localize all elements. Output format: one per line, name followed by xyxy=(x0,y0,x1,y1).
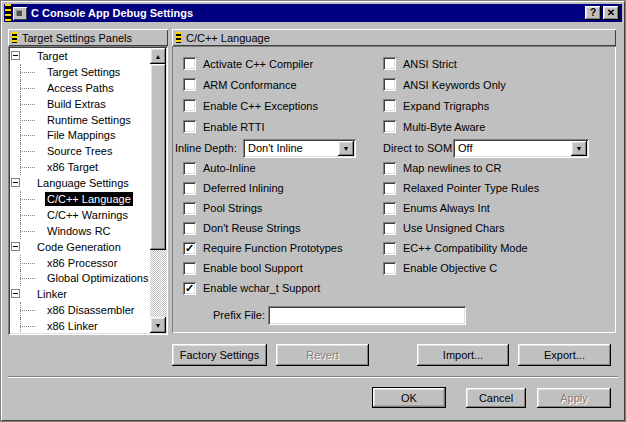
checkbox-row[interactable]: ✓ Require Function Prototypes xyxy=(183,238,342,258)
checkbox-row[interactable]: ✓ ANSI Strict xyxy=(383,53,506,74)
checkbox[interactable]: ✓ xyxy=(383,78,396,91)
checkbox-row[interactable]: ✓ Enums Always Int xyxy=(383,198,539,218)
tree-item[interactable]: Windows RC xyxy=(10,223,150,239)
tree-item-label: x86 Linker xyxy=(45,319,100,333)
checkbox[interactable]: ✓ xyxy=(383,242,396,255)
ok-button[interactable]: OK xyxy=(372,387,446,408)
tree-item[interactable]: x86 Disassembler xyxy=(10,302,150,318)
checkbox-label: Use Unsigned Chars xyxy=(403,222,505,234)
checkbox-row[interactable]: ✓ Don't Reuse Strings xyxy=(183,218,342,238)
tree-item[interactable]: Source Trees xyxy=(10,143,150,159)
tree-item-label: Runtime Settings xyxy=(45,113,133,127)
checkbox[interactable]: ✓ xyxy=(183,282,196,295)
prefix-file-input[interactable] xyxy=(268,306,466,325)
direct-to-som-dropdown[interactable]: Off ▼ xyxy=(453,139,589,158)
checkbox[interactable]: ✓ xyxy=(383,222,396,235)
close-button[interactable]: ✕ xyxy=(603,6,619,20)
cancel-button[interactable]: Cancel xyxy=(466,388,526,408)
checkbox[interactable]: ✓ xyxy=(183,162,196,175)
scrollbar-thumb[interactable] xyxy=(150,64,166,250)
tree-item-label: Linker xyxy=(35,287,69,301)
language-panel-header: C/C++ Language xyxy=(172,29,616,46)
settings-tree: Target Target Settings Access Paths Buil… xyxy=(8,46,168,335)
checkbox-row[interactable]: ✓ Pool Strings xyxy=(183,198,342,218)
tree-item[interactable]: x86 Processor xyxy=(10,255,150,271)
tree-item[interactable]: Build Extras xyxy=(10,96,150,112)
checkbox[interactable]: ✓ xyxy=(183,262,196,275)
tree-item[interactable]: x86 Linker xyxy=(10,318,150,333)
chevron-down-icon[interactable]: ▼ xyxy=(338,141,354,156)
tree-item[interactable]: Language Settings xyxy=(10,175,150,191)
tree-item-label: File Mappings xyxy=(45,128,117,142)
checkbox[interactable]: ✓ xyxy=(383,99,396,112)
checkbox[interactable]: ✓ xyxy=(383,202,396,215)
checkbox[interactable]: ✓ xyxy=(183,78,196,91)
checkbox-row[interactable]: ✓ ANSI Keywords Only xyxy=(383,74,506,95)
tree-collapse-icon[interactable] xyxy=(11,242,20,251)
checkbox[interactable]: ✓ xyxy=(183,202,196,215)
checkbox[interactable]: ✓ xyxy=(183,57,196,70)
chevron-down-icon[interactable]: ▼ xyxy=(571,141,587,156)
tree-item[interactable]: Linker xyxy=(10,286,150,302)
window-title: C Console App Debug Settings xyxy=(31,7,193,19)
checkbox-row[interactable]: ✓ Enable RTTI xyxy=(183,116,318,137)
scroll-up-icon[interactable]: ▲ xyxy=(150,48,166,64)
inline-depth-dropdown[interactable]: Don't Inline ▼ xyxy=(243,139,356,158)
checkbox-label: Multi-Byte Aware xyxy=(403,121,485,133)
import-button[interactable]: Import... xyxy=(417,344,509,366)
checkbox-label: Pool Strings xyxy=(203,202,262,214)
checkbox-row[interactable]: ✓ Enable wchar_t Support xyxy=(183,278,342,298)
tree-item[interactable]: Target Settings xyxy=(10,64,150,80)
scrollbar-track[interactable] xyxy=(150,250,166,317)
checkbox-row[interactable]: ✓ Activate C++ Compiler xyxy=(183,53,318,74)
checkbox-row[interactable]: ✓ Relaxed Pointer Type Rules xyxy=(383,178,539,198)
tree-item-label: Code Generation xyxy=(35,240,123,254)
check-icon: ✓ xyxy=(183,242,196,255)
export-button[interactable]: Export... xyxy=(518,344,611,366)
checkbox[interactable]: ✓ xyxy=(383,162,396,175)
checkbox[interactable]: ✓ xyxy=(183,242,196,255)
checkbox-row[interactable]: ✓ EC++ Compatibility Mode xyxy=(383,238,539,258)
checkbox-row[interactable]: ✓ Deferred Inlining xyxy=(183,178,342,198)
checkbox[interactable]: ✓ xyxy=(183,99,196,112)
checkbox[interactable]: ✓ xyxy=(383,57,396,70)
checkbox-row[interactable]: ✓ Enable bool Support xyxy=(183,258,342,278)
checkbox-row[interactable]: ✓ Multi-Byte Aware xyxy=(383,116,506,137)
tree-item[interactable]: Runtime Settings xyxy=(10,112,150,128)
tree-item[interactable]: Target xyxy=(10,48,150,64)
checkbox-row[interactable]: ✓ Enable C++ Exceptions xyxy=(183,95,318,116)
tree-item[interactable]: C/C++ Language xyxy=(10,191,150,207)
checkbox[interactable]: ✓ xyxy=(183,182,196,195)
scroll-down-icon[interactable]: ▼ xyxy=(150,317,166,333)
checkbox[interactable]: ✓ xyxy=(383,120,396,133)
checkbox-row[interactable]: ✓ Auto-Inline xyxy=(183,158,342,178)
tree-items: Target Target Settings Access Paths Buil… xyxy=(10,48,150,333)
checkbox[interactable]: ✓ xyxy=(383,182,396,195)
tree-item[interactable]: File Mappings xyxy=(10,127,150,143)
tree-collapse-icon[interactable] xyxy=(11,51,20,60)
checkbox-row[interactable]: ✓ ARM Conformance xyxy=(183,74,318,95)
prefix-file-label: Prefix File: xyxy=(212,306,265,325)
tree-collapse-icon[interactable] xyxy=(11,289,20,298)
titlebar[interactable]: C Console App Debug Settings ? ✕ xyxy=(4,4,622,22)
tree-item[interactable]: Global Optimizations xyxy=(10,270,150,286)
checkbox-row[interactable]: ✓ Use Unsigned Chars xyxy=(383,218,539,238)
tree-item[interactable]: Code Generation xyxy=(10,239,150,255)
checkbox-row[interactable]: ✓ Map newlines to CR xyxy=(383,158,539,178)
checkbox[interactable]: ✓ xyxy=(183,222,196,235)
checkbox[interactable]: ✓ xyxy=(383,262,396,275)
checkbox-row[interactable]: ✓ Expand Trigraphs xyxy=(383,95,506,116)
checkbox[interactable]: ✓ xyxy=(183,120,196,133)
tree-item[interactable]: C/C++ Warnings xyxy=(10,207,150,223)
checkbox-label: Enable Objective C xyxy=(403,262,497,274)
language-settings-panel: ✓ Activate C++ Compiler ✓ ARM Conformanc… xyxy=(172,46,616,333)
tree-item[interactable]: Access Paths xyxy=(10,80,150,96)
tree-collapse-icon[interactable] xyxy=(11,178,20,187)
window-icon xyxy=(13,7,27,20)
checkbox-row[interactable]: ✓ Enable Objective C xyxy=(383,258,539,278)
checkbox-group-top-left: ✓ Activate C++ Compiler ✓ ARM Conformanc… xyxy=(183,53,318,137)
factory-settings-button[interactable]: Factory Settings xyxy=(172,344,267,366)
tree-item[interactable]: x86 Target xyxy=(10,159,150,175)
tree-item-label: Build Extras xyxy=(45,97,108,111)
help-button[interactable]: ? xyxy=(585,6,601,20)
